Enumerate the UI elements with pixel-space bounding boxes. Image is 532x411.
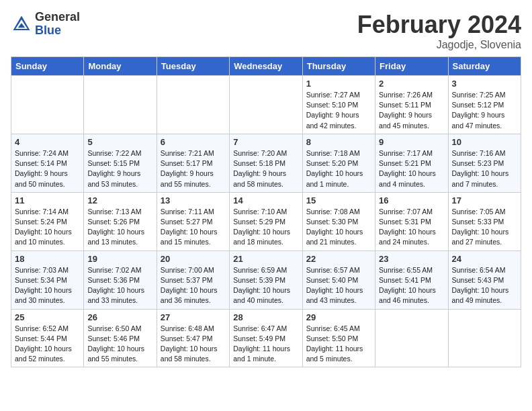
weekday-header-row: SundayMondayTuesdayWednesdayThursdayFrid…: [11, 57, 521, 76]
calendar-cell: 24Sunrise: 6:54 AM Sunset: 5:43 PM Dayli…: [448, 250, 521, 309]
day-info: Sunrise: 7:24 AM Sunset: 5:14 PM Dayligh…: [15, 148, 80, 189]
calendar-cell: 27Sunrise: 6:48 AM Sunset: 5:47 PM Dayli…: [157, 309, 229, 367]
day-info: Sunrise: 7:18 AM Sunset: 5:20 PM Dayligh…: [306, 148, 371, 189]
title-block: February 2024 Jagodje, Slovenia: [357, 11, 521, 51]
calendar-cell: 19Sunrise: 7:02 AM Sunset: 5:36 PM Dayli…: [84, 250, 157, 309]
weekday-header-thursday: Thursday: [302, 57, 375, 76]
calendar-cell: 21Sunrise: 6:59 AM Sunset: 5:39 PM Dayli…: [230, 250, 302, 309]
calendar-cell: 2Sunrise: 7:26 AM Sunset: 5:11 PM Daylig…: [375, 76, 448, 134]
day-number: 16: [379, 195, 444, 205]
day-info: Sunrise: 6:50 AM Sunset: 5:46 PM Dayligh…: [87, 324, 152, 365]
calendar-cell: 12Sunrise: 7:13 AM Sunset: 5:26 PM Dayli…: [84, 192, 157, 250]
calendar-cell: 1Sunrise: 7:27 AM Sunset: 5:10 PM Daylig…: [302, 76, 375, 134]
logo: General Blue: [11, 11, 80, 38]
day-number: 7: [233, 137, 298, 147]
calendar-cell: 29Sunrise: 6:45 AM Sunset: 5:50 PM Dayli…: [302, 309, 375, 367]
day-info: Sunrise: 7:21 AM Sunset: 5:17 PM Dayligh…: [161, 148, 226, 189]
day-info: Sunrise: 7:17 AM Sunset: 5:21 PM Dayligh…: [379, 148, 444, 189]
day-number: 24: [452, 254, 517, 264]
month-year-title: February 2024: [357, 11, 521, 39]
day-number: 22: [306, 254, 371, 264]
logo-text: General Blue: [35, 11, 80, 38]
day-number: 18: [15, 254, 80, 264]
day-info: Sunrise: 7:00 AM Sunset: 5:37 PM Dayligh…: [161, 265, 226, 306]
calendar-week-3: 11Sunrise: 7:14 AM Sunset: 5:24 PM Dayli…: [11, 192, 521, 250]
calendar-week-4: 18Sunrise: 7:03 AM Sunset: 5:34 PM Dayli…: [11, 250, 521, 309]
day-info: Sunrise: 7:08 AM Sunset: 5:30 PM Dayligh…: [306, 207, 371, 248]
calendar-cell: [375, 309, 448, 367]
day-info: Sunrise: 6:55 AM Sunset: 5:41 PM Dayligh…: [379, 265, 444, 306]
calendar-cell: 20Sunrise: 7:00 AM Sunset: 5:37 PM Dayli…: [157, 250, 229, 309]
calendar-cell: 9Sunrise: 7:17 AM Sunset: 5:21 PM Daylig…: [375, 134, 448, 192]
day-number: 29: [306, 312, 371, 322]
calendar-cell: 3Sunrise: 7:25 AM Sunset: 5:12 PM Daylig…: [448, 76, 521, 134]
day-info: Sunrise: 7:02 AM Sunset: 5:36 PM Dayligh…: [87, 265, 152, 306]
calendar-cell: 8Sunrise: 7:18 AM Sunset: 5:20 PM Daylig…: [302, 134, 375, 192]
calendar-cell: 22Sunrise: 6:57 AM Sunset: 5:40 PM Dayli…: [302, 250, 375, 309]
day-number: 23: [379, 254, 444, 264]
calendar-cell: 23Sunrise: 6:55 AM Sunset: 5:41 PM Dayli…: [375, 250, 448, 309]
day-info: Sunrise: 7:26 AM Sunset: 5:11 PM Dayligh…: [379, 90, 444, 131]
location-subtitle: Jagodje, Slovenia: [357, 39, 521, 51]
day-number: 9: [379, 137, 444, 147]
calendar-cell: [157, 76, 229, 134]
day-info: Sunrise: 7:10 AM Sunset: 5:29 PM Dayligh…: [233, 207, 298, 248]
calendar-cell: 17Sunrise: 7:05 AM Sunset: 5:33 PM Dayli…: [448, 192, 521, 250]
day-info: Sunrise: 7:07 AM Sunset: 5:31 PM Dayligh…: [379, 207, 444, 248]
day-info: Sunrise: 6:59 AM Sunset: 5:39 PM Dayligh…: [233, 265, 298, 306]
day-number: 5: [87, 137, 152, 147]
day-info: Sunrise: 7:27 AM Sunset: 5:10 PM Dayligh…: [306, 90, 371, 131]
day-number: 11: [15, 195, 80, 205]
calendar-cell: 18Sunrise: 7:03 AM Sunset: 5:34 PM Dayli…: [11, 250, 84, 309]
calendar-table: SundayMondayTuesdayWednesdayThursdayFrid…: [11, 56, 521, 367]
day-info: Sunrise: 6:57 AM Sunset: 5:40 PM Dayligh…: [306, 265, 371, 306]
calendar-cell: 5Sunrise: 7:22 AM Sunset: 5:15 PM Daylig…: [84, 134, 157, 192]
day-number: 19: [87, 254, 152, 264]
calendar-cell: 4Sunrise: 7:24 AM Sunset: 5:14 PM Daylig…: [11, 134, 84, 192]
calendar-cell: [11, 76, 84, 134]
calendar-cell: 16Sunrise: 7:07 AM Sunset: 5:31 PM Dayli…: [375, 192, 448, 250]
calendar-cell: 13Sunrise: 7:11 AM Sunset: 5:27 PM Dayli…: [157, 192, 229, 250]
day-info: Sunrise: 7:16 AM Sunset: 5:23 PM Dayligh…: [452, 148, 517, 189]
day-number: 15: [306, 195, 371, 205]
day-info: Sunrise: 7:11 AM Sunset: 5:27 PM Dayligh…: [161, 207, 226, 248]
calendar-cell: [448, 309, 521, 367]
calendar-cell: 25Sunrise: 6:52 AM Sunset: 5:44 PM Dayli…: [11, 309, 84, 367]
calendar-cell: 7Sunrise: 7:20 AM Sunset: 5:18 PM Daylig…: [230, 134, 302, 192]
day-number: 1: [306, 79, 371, 89]
day-info: Sunrise: 7:14 AM Sunset: 5:24 PM Dayligh…: [15, 207, 80, 248]
day-number: 8: [306, 137, 371, 147]
calendar-cell: 6Sunrise: 7:21 AM Sunset: 5:17 PM Daylig…: [157, 134, 229, 192]
day-info: Sunrise: 6:54 AM Sunset: 5:43 PM Dayligh…: [452, 265, 517, 306]
day-info: Sunrise: 6:52 AM Sunset: 5:44 PM Dayligh…: [15, 324, 80, 365]
weekday-header-friday: Friday: [375, 57, 448, 76]
calendar-cell: 15Sunrise: 7:08 AM Sunset: 5:30 PM Dayli…: [302, 192, 375, 250]
day-number: 27: [161, 312, 226, 322]
day-info: Sunrise: 7:25 AM Sunset: 5:12 PM Dayligh…: [452, 90, 517, 131]
day-number: 25: [15, 312, 80, 322]
day-number: 20: [161, 254, 226, 264]
day-number: 2: [379, 79, 444, 89]
calendar-cell: [84, 76, 157, 134]
calendar-cell: 14Sunrise: 7:10 AM Sunset: 5:29 PM Dayli…: [230, 192, 302, 250]
page-header: General Blue February 2024 Jagodje, Slov…: [11, 11, 521, 51]
logo-icon: [11, 13, 32, 35]
day-number: 4: [15, 137, 80, 147]
calendar-cell: 10Sunrise: 7:16 AM Sunset: 5:23 PM Dayli…: [448, 134, 521, 192]
day-info: Sunrise: 7:20 AM Sunset: 5:18 PM Dayligh…: [233, 148, 298, 189]
calendar-week-2: 4Sunrise: 7:24 AM Sunset: 5:14 PM Daylig…: [11, 134, 521, 192]
calendar-week-1: 1Sunrise: 7:27 AM Sunset: 5:10 PM Daylig…: [11, 76, 521, 134]
day-info: Sunrise: 7:03 AM Sunset: 5:34 PM Dayligh…: [15, 265, 80, 306]
calendar-cell: 26Sunrise: 6:50 AM Sunset: 5:46 PM Dayli…: [84, 309, 157, 367]
weekday-header-saturday: Saturday: [448, 57, 521, 76]
day-info: Sunrise: 7:22 AM Sunset: 5:15 PM Dayligh…: [87, 148, 152, 189]
calendar-cell: [230, 76, 302, 134]
day-info: Sunrise: 7:13 AM Sunset: 5:26 PM Dayligh…: [87, 207, 152, 248]
logo-blue-text: Blue: [35, 24, 80, 38]
weekday-header-sunday: Sunday: [11, 57, 84, 76]
day-number: 28: [233, 312, 298, 322]
calendar-cell: 28Sunrise: 6:47 AM Sunset: 5:49 PM Dayli…: [230, 309, 302, 367]
day-info: Sunrise: 7:05 AM Sunset: 5:33 PM Dayligh…: [452, 207, 517, 248]
day-number: 21: [233, 254, 298, 264]
day-number: 12: [87, 195, 152, 205]
